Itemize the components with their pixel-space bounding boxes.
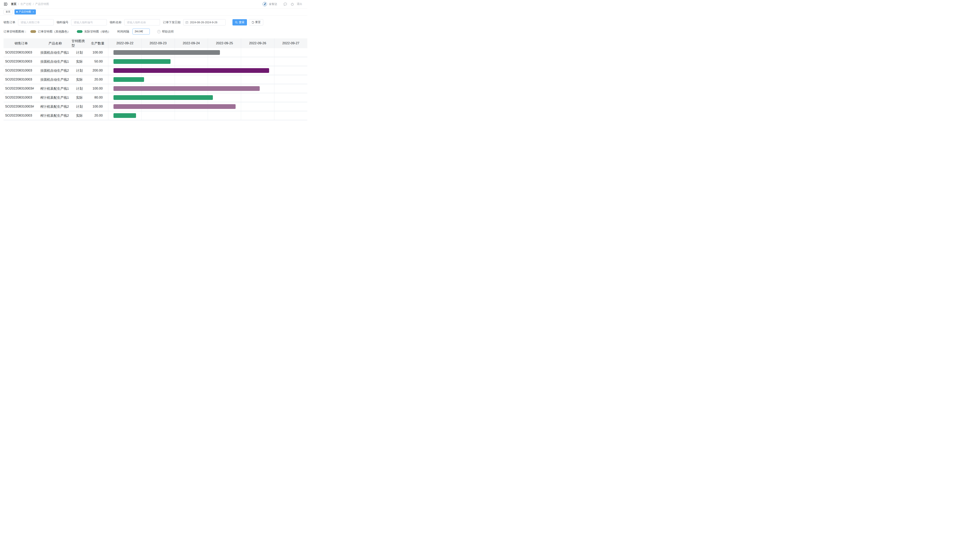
tab-home[interactable]: 首页 [3,10,13,14]
legend-item-order: 订单甘特图（其他颜色） [30,30,70,33]
material-name-label: 物料名称 [110,21,121,24]
material-name-input[interactable] [124,19,160,25]
cell-gantt-type: 实际 [72,111,87,120]
gantt-bar-planned[interactable] [113,104,235,109]
reset-button[interactable]: 重置 [249,19,263,25]
grid-line [108,48,108,57]
material-name-group: 物料名称 [110,19,160,25]
gantt-lane [108,84,307,93]
cell-gantt-type: 计划 [72,66,87,75]
search-button-label: 搜索 [239,21,244,24]
cell-sales-order: SO202208310003 [3,93,39,102]
legend-title: 订单甘特图图例： [3,30,27,33]
order-date-group: 订单下发日期 2024-08-26-2024-9-26 [163,19,226,25]
gantt-table: 销售订单 产品名称 甘特图类型 生产数量 2022-09-222022-09-2… [3,38,307,120]
material-no-input[interactable] [71,19,107,25]
active-tab-label: 产品甘特图 [19,10,31,14]
cell-quantity: 100.00 [87,48,108,57]
help-link[interactable]: ? 帮助说明 [157,30,173,33]
cell-sales-order: SO202208310003# [3,84,39,93]
cell-quantity: 20.00 [87,75,108,84]
sales-order-input[interactable] [18,19,54,25]
grid-line [208,111,208,120]
material-no-group: 物料编号 [57,19,107,25]
search-icon [235,21,238,24]
page: 首页 / 生产过程 / 产品甘特图 金智达 [0,0,307,167]
breadcrumb-separator: / [18,3,19,6]
order-date-value: 2024-08-26-2024-9-26 [190,21,217,24]
grid-line [108,66,108,75]
tab-product-gantt[interactable]: 产品甘特图 × [14,10,36,14]
gantt-lane [108,93,307,102]
tabbar: 首页 产品甘特图 × [0,8,307,16]
table-row: SO202208310003#榨汁机装配生产线2计划100.00 [3,102,307,111]
order-date-picker[interactable]: 2024-08-26-2024-9-26 [183,19,226,25]
cell-sales-order: SO202208310003 [3,48,39,57]
header-date: 2022-09-23 [141,38,175,48]
filter-bar: 销售订单 物料编号 物料名称 订单下发日期 2024-08-26 [0,16,307,25]
grid-line [175,111,175,120]
username[interactable]: 金智达 [269,2,277,6]
header-product-name: 产品名称 [39,38,72,48]
reset-icon [251,21,254,24]
grid-line [175,75,175,84]
cell-quantity: 80.00 [87,93,108,102]
grid-line [241,57,241,66]
legend-bar: 订单甘特图图例： 订单甘特图（其他颜色） 实际甘特图（绿色） 时间间隔 ? 帮助… [0,25,307,35]
brand-avatar[interactable] [262,2,267,6]
table-row: SO202208310003挂面机自动生产线1实际50.00 [3,57,307,66]
breadcrumb-process[interactable]: 生产过程 [21,2,31,6]
menu-collapse-icon[interactable] [4,3,8,6]
power-icon[interactable] [291,3,294,6]
table-row: SO202208310003榨汁机装配生产线1实际80.00 [3,93,307,102]
logout-button[interactable]: 退出 [297,2,302,6]
navbar: 首页 / 生产过程 / 产品甘特图 金智达 [0,0,307,8]
gantt-lane [108,111,307,120]
gantt-lane [108,102,307,111]
cell-sales-order: SO202208310003 [3,57,39,66]
gantt-bar-planned[interactable] [113,68,269,73]
grid-line [108,57,108,66]
help-label: 帮助说明 [162,30,173,33]
tab-close-icon[interactable]: × [33,11,34,13]
gantt-bar-actual[interactable] [113,95,213,100]
header-date: 2022-09-25 [208,38,241,48]
actual-gantt-label: 实际甘特图（绿色） [84,30,111,33]
breadcrumb: 首页 / 生产过程 / 产品甘特图 [11,2,49,6]
cell-gantt-type: 实际 [72,57,87,66]
breadcrumb-home[interactable]: 首页 [11,2,16,6]
grid-line [141,111,142,120]
active-tab-dot-icon [16,11,18,13]
gantt-bar-planned[interactable] [113,50,220,55]
question-icon: ? [157,30,161,33]
gantt-bar-actual[interactable] [113,113,136,118]
gantt-bar-actual[interactable] [113,77,144,82]
interval-label: 时间间隔 [118,30,129,33]
search-button[interactable]: 搜索 [232,19,247,25]
grid-line [241,48,241,57]
interval-input[interactable] [132,29,150,35]
cell-gantt-type: 计划 [72,102,87,111]
gantt-bar-actual[interactable] [113,59,170,64]
gantt-table-body: SO202208310003挂面机自动生产线1计划100.00SO2022083… [3,48,307,120]
grid-line [241,75,241,84]
cell-quantity: 50.00 [87,57,108,66]
table-row: SO202208310003#榨汁机装配生产线1计划100.00 [3,84,307,93]
grid-line [108,93,108,102]
gantt-lane [108,48,307,57]
grid-line [241,102,241,111]
grid-line [208,75,208,84]
header-date: 2022-09-22 [108,38,141,48]
cell-sales-order: SO202208310003 [3,75,39,84]
cell-product-name: 榨汁机装配生产线2 [39,111,72,120]
header-date-columns: 2022-09-222022-09-232022-09-242022-09-25… [108,38,307,48]
cell-quantity: 100.00 [87,102,108,111]
gantt-table-header: 销售订单 产品名称 甘特图类型 生产数量 2022-09-222022-09-2… [3,38,307,48]
gantt-bar-planned[interactable] [113,86,260,91]
order-gantt-swatch [30,30,36,33]
message-icon[interactable] [283,2,287,6]
gantt-lane [108,75,307,84]
breadcrumb-current: 产品甘特图 [35,2,49,6]
cell-product-name: 挂面机自动生产线2 [39,66,72,75]
grid-line [208,57,208,66]
